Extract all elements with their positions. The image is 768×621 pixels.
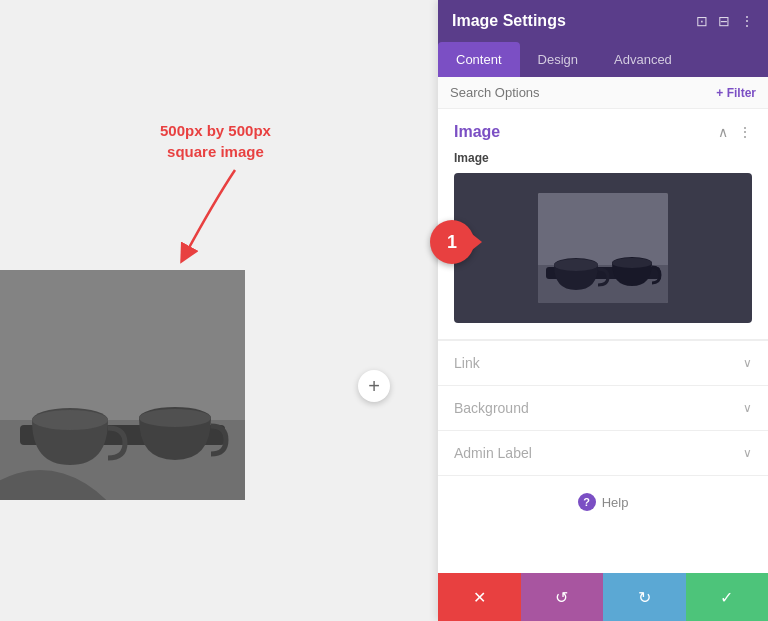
help-label: Help [602, 495, 629, 510]
columns-icon[interactable]: ⊟ [718, 13, 730, 29]
panel-title: Image Settings [452, 12, 566, 30]
cup-photo-svg [0, 270, 245, 500]
help-button[interactable]: ? Help [578, 493, 629, 511]
background-section-label: Background [454, 400, 529, 416]
collapse-icon[interactable]: ∧ [718, 124, 728, 140]
fullscreen-icon[interactable]: ⊡ [696, 13, 708, 29]
undo-button[interactable]: ↺ [521, 573, 604, 621]
admin-label-section-header[interactable]: Admin Label ∨ [438, 431, 768, 475]
panel-footer: ✕ ↺ ↻ ✓ [438, 573, 768, 621]
image-section-header: Image ∧ ⋮ [438, 109, 768, 151]
background-section: Background ∨ [438, 385, 768, 430]
tab-content[interactable]: Content [438, 42, 520, 77]
help-section: ? Help [438, 475, 768, 527]
svg-rect-8 [0, 270, 245, 500]
save-button[interactable]: ✓ [686, 573, 769, 621]
link-chevron-icon: ∨ [743, 356, 752, 370]
tab-advanced[interactable]: Advanced [596, 42, 690, 77]
panel-header-icons: ⊡ ⊟ ⋮ [696, 13, 754, 29]
image-section-title: Image [454, 123, 500, 141]
background-section-header[interactable]: Background ∨ [438, 386, 768, 430]
image-thumbnail[interactable] [454, 173, 752, 323]
link-section-label: Link [454, 355, 480, 371]
background-chevron-icon: ∨ [743, 401, 752, 415]
admin-label-chevron-icon: ∨ [743, 446, 752, 460]
svg-point-16 [612, 258, 652, 268]
link-section: Link ∨ [438, 340, 768, 385]
link-section-header[interactable]: Link ∨ [438, 341, 768, 385]
more-options-icon[interactable]: ⋮ [740, 13, 754, 29]
thumb-inner [538, 193, 668, 303]
cancel-button[interactable]: ✕ [438, 573, 521, 621]
image-section-icons: ∧ ⋮ [718, 124, 752, 140]
redo-button[interactable]: ↻ [603, 573, 686, 621]
thumb-svg [538, 193, 668, 303]
canvas-image [0, 270, 245, 500]
admin-label-section: Admin Label ∨ [438, 430, 768, 475]
panel-tabs: Content Design Advanced [438, 42, 768, 77]
panel-header: Image Settings ⊡ ⊟ ⋮ [438, 0, 768, 42]
settings-panel: Image Settings ⊡ ⊟ ⋮ Content Design Adva… [438, 0, 768, 621]
canvas-area: 500px by 500px square image [0, 0, 440, 621]
help-icon: ? [578, 493, 596, 511]
image-section: Image ∧ ⋮ Image [438, 109, 768, 340]
search-input[interactable] [450, 85, 716, 100]
step-badge: 1 [430, 220, 474, 264]
filter-button[interactable]: + Filter [716, 86, 756, 100]
admin-label-section-label: Admin Label [454, 445, 532, 461]
thumb-photo [538, 193, 668, 303]
svg-point-14 [554, 259, 598, 271]
arrow-icon [155, 160, 275, 270]
add-block-button[interactable]: + [358, 370, 390, 402]
search-bar: + Filter [438, 77, 768, 109]
annotation-text: 500px by 500px square image [160, 120, 271, 162]
image-field-label: Image [438, 151, 768, 173]
panel-body: Image ∧ ⋮ Image [438, 109, 768, 573]
tab-design[interactable]: Design [520, 42, 596, 77]
section-more-icon[interactable]: ⋮ [738, 124, 752, 140]
